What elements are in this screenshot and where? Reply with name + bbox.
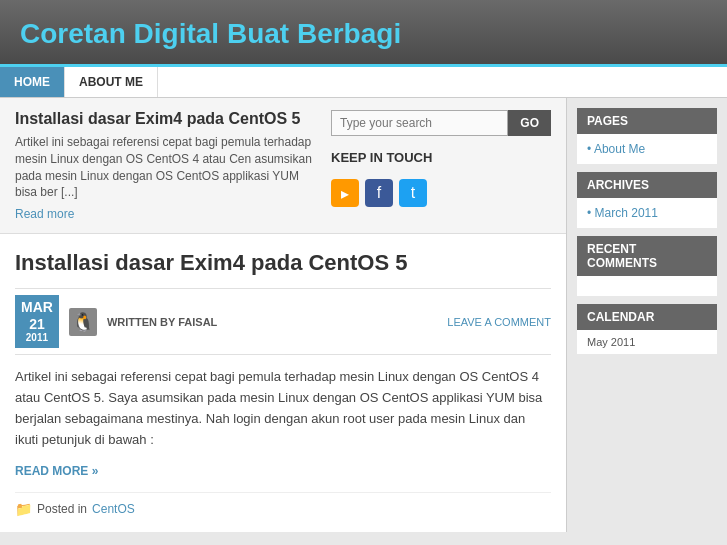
- article-category-link[interactable]: CentOS: [92, 502, 135, 516]
- recent-comments-widget-header: RECENT COMMENTS: [577, 236, 717, 276]
- nav-item-about[interactable]: ABOUT ME: [65, 67, 158, 97]
- article-area: Installasi dasar Exim4 pada CentOS 5 MAR…: [0, 234, 566, 531]
- twitter-icon[interactable]: t: [399, 179, 427, 207]
- sidebar: PAGES About Me ARCHIVES March 2011 RECEN…: [567, 98, 727, 532]
- calendar-widget-header: CALENDAR: [577, 304, 717, 330]
- featured-text-area: Installasi dasar Exim4 pada CentOS 5 Art…: [15, 110, 316, 221]
- article-date-month: MAR: [21, 299, 53, 316]
- pages-widget-header: PAGES: [577, 108, 717, 134]
- search-button[interactable]: GO: [508, 110, 551, 136]
- featured-read-more[interactable]: Read more: [15, 207, 74, 221]
- keep-in-touch-label: KEEP IN TOUCH: [331, 150, 551, 165]
- facebook-icon[interactable]: f: [365, 179, 393, 207]
- featured-title: Installasi dasar Exim4 pada CentOS 5: [15, 110, 316, 128]
- calendar-widget-sub: May 2011: [577, 330, 717, 354]
- article-body: Artikel ini sebagai referensi cepat bagi…: [15, 367, 551, 450]
- pages-item-about[interactable]: About Me: [594, 142, 645, 156]
- social-icons: ▸ f t: [331, 179, 551, 207]
- article-date-box: MAR 21 2011: [15, 295, 59, 349]
- featured-sidebar: GO KEEP IN TOUCH ▸ f t: [331, 110, 551, 221]
- pages-widget: PAGES About Me: [577, 108, 717, 164]
- archives-item-march[interactable]: March 2011: [595, 206, 658, 220]
- search-input[interactable]: [331, 110, 508, 136]
- rss-icon[interactable]: ▸: [331, 179, 359, 207]
- posted-in-label: Posted in: [37, 502, 87, 516]
- site-title[interactable]: Coretan Digital Buat Berbagi: [20, 18, 401, 49]
- article-date-day: 21: [21, 316, 53, 333]
- nav-item-home[interactable]: HOME: [0, 67, 65, 97]
- search-bar: GO: [331, 110, 551, 136]
- article-author: WRITTEN BY FAISAL: [107, 316, 217, 328]
- featured-excerpt: Artikel ini sebagai referensi cepat bagi…: [15, 134, 316, 201]
- main-content: Installasi dasar Exim4 pada CentOS 5 Art…: [0, 98, 567, 532]
- nav-bar: HOME ABOUT ME: [0, 64, 727, 98]
- article-comment-link[interactable]: LEAVE A COMMENT: [447, 316, 551, 328]
- article-meta: MAR 21 2011 🐧 WRITTEN BY FAISAL LEAVE A …: [15, 288, 551, 356]
- folder-icon: 📁: [15, 501, 32, 517]
- featured-strip: Installasi dasar Exim4 pada CentOS 5 Art…: [0, 98, 566, 234]
- recent-comments-widget-body: [577, 276, 717, 296]
- archives-widget-header: ARCHIVES: [577, 172, 717, 198]
- article-date-year: 2011: [21, 332, 53, 344]
- avatar: 🐧: [69, 308, 97, 336]
- recent-comments-widget: RECENT COMMENTS: [577, 236, 717, 296]
- archives-widget-body: March 2011: [577, 198, 717, 228]
- content-wrapper: Installasi dasar Exim4 pada CentOS 5 Art…: [0, 98, 727, 532]
- article-title: Installasi dasar Exim4 pada CentOS 5: [15, 249, 551, 278]
- site-header: Coretan Digital Buat Berbagi: [0, 0, 727, 64]
- article-read-more-link[interactable]: READ MORE »: [15, 464, 98, 478]
- archives-widget: ARCHIVES March 2011: [577, 172, 717, 228]
- calendar-widget: CALENDAR May 2011: [577, 304, 717, 354]
- article-footer: 📁 Posted in CentOS: [15, 492, 551, 517]
- pages-widget-body: About Me: [577, 134, 717, 164]
